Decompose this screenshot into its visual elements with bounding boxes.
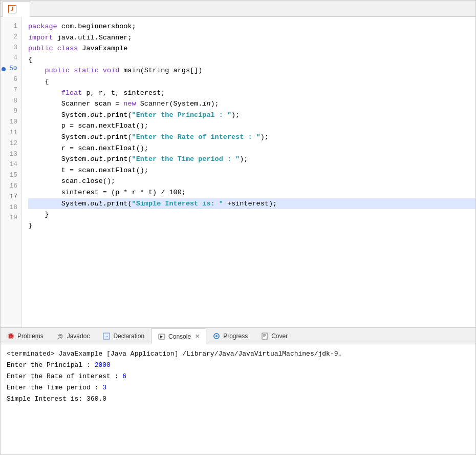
- code-line-1: package com.beginnersbook;: [28, 21, 475, 32]
- code-line-17: System.out.print("Simple Interest is: " …: [28, 198, 475, 210]
- console-output: <terminated> JavaExample [Java Applicati…: [1, 344, 475, 454]
- breakpoint-indicator: [2, 67, 6, 71]
- line-number-5: 5⊖: [1, 64, 21, 74]
- panel-tab-declaration[interactable]: →Declaration: [96, 328, 151, 344]
- console-output-line-0: Enter the Principal : 2000: [7, 360, 469, 371]
- code-line-6: {: [28, 76, 475, 88]
- code-line-19: }: [28, 220, 475, 232]
- bottom-panel: !Problems@Javadoc→Declaration▶_Console✕P…: [0, 328, 476, 455]
- code-line-2: import java.util.Scanner;: [28, 32, 475, 44]
- panel-tab-console[interactable]: ▶_Console✕: [151, 328, 206, 344]
- code-line-5: public static void main(String args[]): [28, 65, 475, 76]
- line-number-4: 4: [1, 53, 21, 64]
- console-value-0: 2000: [95, 361, 111, 369]
- panel-tab-javadoc[interactable]: @Javadoc: [50, 328, 97, 344]
- console-value-2: 3: [102, 384, 106, 391]
- line-number-10: 10: [1, 117, 21, 128]
- progress-tab-icon: [212, 332, 221, 340]
- line-number-3: 3: [1, 43, 21, 53]
- panel-tab-cover[interactable]: Cover: [254, 328, 294, 344]
- line-number-15: 15: [1, 170, 21, 181]
- java-file-icon: J: [8, 5, 16, 13]
- line-number-17: 17: [1, 192, 21, 202]
- line-number-12: 12: [1, 138, 21, 149]
- code-line-3: public class JavaExample: [28, 43, 475, 54]
- code-content[interactable]: package com.beginnersbook; import java.u…: [22, 17, 475, 327]
- cover-tab-icon: [261, 332, 269, 340]
- console-value-1: 6: [122, 373, 126, 380]
- problems-tab-label: Problems: [17, 333, 44, 340]
- code-line-15: scan.close();: [28, 176, 475, 187]
- line-number-19: 19: [1, 213, 21, 223]
- code-line-18: }: [28, 209, 475, 220]
- console-tab-label: Console: [168, 333, 191, 340]
- line-number-7: 7: [1, 85, 21, 96]
- code-area: 12345⊖678910111213141516171819 package c…: [1, 17, 475, 327]
- console-tab-icon: ▶_: [158, 333, 166, 341]
- line-number-16: 16: [1, 181, 21, 192]
- panel-tab-progress[interactable]: Progress: [206, 328, 254, 344]
- code-line-7: float p, r, t, sinterest;: [28, 88, 475, 99]
- progress-tab-label: Progress: [223, 333, 248, 340]
- line-number-8: 8: [1, 96, 21, 107]
- code-line-11: System.out.print("Enter the Rate of inte…: [28, 132, 475, 143]
- console-terminated-line: <terminated> JavaExample [Java Applicati…: [7, 348, 469, 360]
- line-number-2: 2: [1, 32, 21, 43]
- line-number-9: 9: [1, 106, 21, 117]
- code-line-13: System.out.print("Enter the Time period …: [28, 154, 475, 165]
- code-line-12: r = scan.nextFloat();: [28, 143, 475, 154]
- line-numbers: 12345⊖678910111213141516171819: [1, 17, 22, 327]
- svg-text:▶_: ▶_: [160, 335, 165, 339]
- line-number-13: 13: [1, 149, 21, 160]
- console-output-line-3: Simple Interest is: 360.0: [7, 394, 469, 405]
- panel-tab-bar: !Problems@Javadoc→Declaration▶_Console✕P…: [1, 328, 475, 344]
- console-output-line-1: Enter the Rate of interest : 6: [7, 371, 469, 382]
- editor-container: J 12345⊖678910111213141516171819 package…: [0, 0, 476, 328]
- line-number-11: 11: [1, 128, 21, 138]
- svg-text:→: →: [104, 334, 109, 339]
- svg-point-8: [215, 335, 218, 337]
- editor-tab-java[interactable]: J: [3, 1, 30, 17]
- line-number-14: 14: [1, 159, 21, 170]
- code-line-14: t = scan.nextFloat();: [28, 165, 475, 176]
- panel-tab-problems[interactable]: !Problems: [1, 328, 50, 344]
- console-tab-close[interactable]: ✕: [195, 333, 200, 340]
- declaration-tab-icon: →: [102, 332, 111, 340]
- code-line-8: Scanner scan = new Scanner(System.in);: [28, 98, 475, 110]
- code-line-9: System.out.print("Enter the Principal : …: [28, 110, 475, 121]
- code-line-4: {: [28, 54, 475, 66]
- javadoc-tab-icon: @: [56, 332, 64, 340]
- line-number-6: 6: [1, 74, 21, 85]
- svg-text:!: !: [10, 334, 11, 339]
- javadoc-tab-label: Javadoc: [67, 333, 90, 340]
- line-number-18: 18: [1, 202, 21, 213]
- declaration-tab-label: Declaration: [113, 333, 144, 340]
- line-number-1: 1: [1, 21, 21, 32]
- cover-tab-label: Cover: [271, 333, 288, 340]
- problems-tab-icon: !: [7, 332, 15, 340]
- code-line-10: p = scan.nextFloat();: [28, 120, 475, 132]
- console-output-line-2: Enter the Time period : 3: [7, 382, 469, 394]
- code-line-16: sinterest = (p * r * t) / 100;: [28, 187, 475, 198]
- editor-tab-bar: J: [1, 1, 475, 17]
- svg-rect-9: [262, 333, 267, 339]
